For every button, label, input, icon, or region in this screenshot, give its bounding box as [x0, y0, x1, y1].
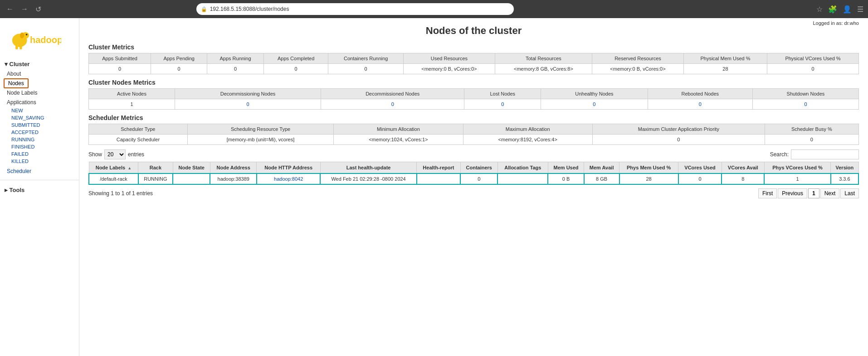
tools-header[interactable]: ▸ Tools: [0, 185, 79, 195]
svg-rect-5: [15, 45, 18, 49]
cm-val-1: 0: [151, 64, 207, 74]
sm-val-2: <memory:1024, vCores:1>: [334, 135, 463, 145]
sm-header-0: Scheduler Type: [89, 124, 188, 135]
sidebar-item-nodes[interactable]: Nodes: [4, 78, 29, 88]
nt-header-allocation-tags[interactable]: Allocation Tags: [497, 162, 548, 174]
cnm-val-4: 0: [541, 99, 648, 110]
previous-button[interactable]: Previous: [778, 188, 807, 198]
cm-val-8: 28: [683, 64, 767, 74]
nt-header-phys-mem[interactable]: Phys Mem Used %: [619, 162, 678, 174]
last-button[interactable]: Last: [840, 188, 859, 198]
nt-header-health-report[interactable]: Health-report: [417, 162, 460, 174]
row-rack: RUNNING: [138, 173, 173, 184]
back-button[interactable]: ←: [5, 3, 15, 15]
sm-header-2: Minimum Allocation: [334, 124, 463, 135]
pagination-bar: Showing 1 to 1 of 1 entries First Previo…: [88, 188, 859, 198]
sidebar-item-new[interactable]: NEW: [0, 107, 79, 114]
entries-select[interactable]: 20 50 100: [104, 149, 126, 159]
cm-val-7: <memory:0 B, vCores:0>: [592, 64, 684, 74]
nt-header-node-http[interactable]: Node HTTP Address: [257, 162, 321, 174]
cnm-val-5: 0: [648, 99, 752, 110]
sidebar-item-new-saving[interactable]: NEW_SAVING: [0, 114, 79, 121]
address-text: 192.168.5.15:8088/cluster/nodes: [210, 6, 289, 12]
nt-header-phys-vcores[interactable]: Phys VCores Used %: [764, 162, 830, 174]
nt-header-vcores-used[interactable]: VCores Used: [678, 162, 722, 174]
cnm-header-1: Decommissioning Nodes: [175, 89, 321, 99]
nt-header-node-address[interactable]: Node Address: [210, 162, 257, 174]
row-mem-avail: 8 GB: [584, 173, 619, 184]
sidebar-item-about[interactable]: About: [0, 69, 79, 78]
sm-val-5: 0: [765, 135, 858, 145]
tools-section: ▸ Tools: [0, 183, 79, 197]
row-mem-used: 0 B: [548, 173, 584, 184]
cm-header-9: Physical VCores Used %: [767, 53, 859, 64]
show-entries-left: Show 20 50 100 entries: [88, 149, 144, 159]
sm-val-0: Capacity Scheduler: [89, 135, 188, 145]
lock-icon: 🔒: [201, 6, 207, 12]
nt-header-mem-avail[interactable]: Mem Avail: [584, 162, 619, 174]
cluster-metrics-title: Cluster Metrics: [88, 43, 859, 51]
row-version: 3.3.6: [831, 173, 858, 184]
first-button[interactable]: First: [758, 188, 777, 198]
sidebar-item-accepted[interactable]: ACCEPTED: [0, 129, 79, 136]
unhealthy-link[interactable]: 0: [593, 101, 595, 107]
cluster-header[interactable]: ▾ Cluster: [0, 59, 79, 69]
nt-header-version[interactable]: Version: [831, 162, 858, 174]
browser-chrome: ← → ↺ 🔒 192.168.5.15:8088/cluster/nodes …: [0, 0, 868, 18]
hadoop-http-link[interactable]: hadoop:8042: [274, 176, 303, 182]
extensions-icon[interactable]: 🧩: [828, 5, 837, 14]
address-bar[interactable]: 🔒 192.168.5.15:8088/cluster/nodes: [196, 3, 514, 15]
svg-point-4: [20, 33, 24, 38]
page-title: Nodes of the cluster: [88, 25, 859, 37]
sidebar: hadoop ▾ Cluster About Nodes Node Labels…: [0, 18, 79, 356]
browser-actions: ☆ 🧩 👤 ☰: [816, 5, 863, 14]
nt-header-rack[interactable]: Rack: [138, 162, 173, 174]
refresh-button[interactable]: ↺: [34, 3, 43, 15]
forward-button[interactable]: →: [19, 3, 30, 15]
row-node-labels: /default-rack: [89, 173, 138, 184]
cluster-metrics-table: Apps Submitted Apps Pending Apps Running…: [88, 53, 859, 74]
nt-header-health-update[interactable]: Last health-update: [320, 162, 416, 174]
nt-header-containers[interactable]: Containers: [460, 162, 497, 174]
menu-icon[interactable]: ☰: [857, 5, 863, 14]
sidebar-divider: [0, 180, 79, 180]
cm-header-7: Reserved Resources: [592, 53, 684, 64]
row-allocation-tags: [497, 173, 548, 184]
svg-point-3: [26, 34, 28, 36]
sort-arrow-node-labels: ▲: [127, 166, 132, 170]
row-node-address: hadoop:38389: [210, 173, 257, 184]
pagination-buttons: First Previous 1 Next Last: [758, 188, 859, 198]
sidebar-item-node-labels[interactable]: Node Labels: [0, 88, 79, 97]
rebooted-link[interactable]: 0: [699, 101, 702, 107]
search-input[interactable]: [791, 149, 859, 159]
cm-header-1: Apps Pending: [151, 53, 207, 64]
nodes-table-wrapper: Node Labels ▲ Rack Node State Node Addre…: [88, 162, 859, 185]
page-1-button[interactable]: 1: [808, 188, 819, 198]
sm-header-5: Scheduler Busy %: [765, 124, 858, 135]
cnm-header-0: Active Nodes: [89, 89, 175, 99]
nt-header-node-labels[interactable]: Node Labels ▲: [89, 162, 138, 174]
sidebar-item-submitted[interactable]: SUBMITTED: [0, 121, 79, 129]
decommissioned-link[interactable]: 0: [391, 101, 394, 107]
nt-header-mem-used[interactable]: Mem Used: [548, 162, 584, 174]
profile-icon[interactable]: 👤: [843, 5, 852, 14]
showing-text: Showing 1 to 1 of 1 entries: [88, 190, 153, 197]
cm-val-6: <memory:8 GB, vCores:8>: [495, 64, 592, 74]
nt-header-node-state[interactable]: Node State: [173, 162, 210, 174]
nt-header-vcores-avail[interactable]: VCores Avail: [722, 162, 764, 174]
bookmark-icon[interactable]: ☆: [816, 5, 823, 14]
lost-link[interactable]: 0: [501, 101, 504, 107]
shutdown-link[interactable]: 0: [804, 101, 807, 107]
sidebar-item-running[interactable]: RUNNING: [0, 136, 79, 143]
sidebar-item-finished[interactable]: FINISHED: [0, 143, 79, 150]
cm-val-2: 0: [207, 64, 264, 74]
row-node-http[interactable]: hadoop:8042: [257, 173, 321, 184]
sidebar-item-scheduler[interactable]: Scheduler: [0, 167, 79, 175]
sidebar-item-failed[interactable]: FAILED: [0, 150, 79, 158]
sidebar-item-killed[interactable]: KILLED: [0, 158, 79, 165]
sm-val-4: 0: [592, 135, 765, 145]
cm-header-2: Apps Running: [207, 53, 264, 64]
decommissioning-link[interactable]: 0: [246, 101, 249, 107]
sm-header-3: Maximum Allocation: [463, 124, 592, 135]
next-button[interactable]: Next: [820, 188, 840, 198]
